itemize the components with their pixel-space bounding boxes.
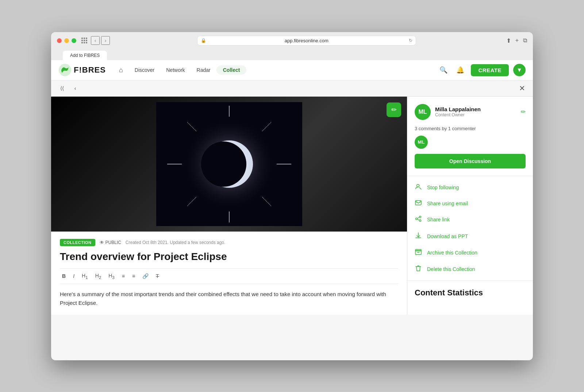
unordered-list-button[interactable]: ≡ xyxy=(130,272,137,280)
user-info: ML Milla Lappalainen Content Owner xyxy=(415,104,481,120)
h1-button[interactable]: H1 xyxy=(80,272,90,281)
address-bar-container: 🔒 ↻ xyxy=(197,36,416,46)
eclipse-image xyxy=(156,102,302,226)
download-icon xyxy=(415,232,422,240)
archive-icon xyxy=(415,249,422,256)
nav-network[interactable]: Network xyxy=(160,65,191,75)
browser-forward-button[interactable]: › xyxy=(101,36,110,45)
address-bar[interactable] xyxy=(197,36,416,46)
new-tab-button[interactable]: + xyxy=(515,37,519,44)
back-content-button[interactable]: ‹ xyxy=(70,83,80,93)
avatar: ML xyxy=(415,104,431,120)
logo-text: F!BRES xyxy=(74,65,106,75)
link-button[interactable]: 🔗 xyxy=(140,272,151,280)
collection-tag: COLLECTION xyxy=(60,239,95,246)
user-role: Content Owner xyxy=(435,112,481,117)
edit-user-button[interactable]: ✏ xyxy=(521,108,526,115)
archive-item[interactable]: Archive this Collection xyxy=(407,245,533,261)
svg-point-15 xyxy=(417,184,419,187)
left-panel: ✏ COLLECTION 👁 PUBLIC Created Oct 8th 20… xyxy=(51,97,407,315)
commenter-avatar: ML xyxy=(415,136,428,149)
commenters-list: ML xyxy=(415,136,526,149)
ordered-list-button[interactable]: ≡ xyxy=(120,272,127,280)
open-discussion-button[interactable]: Open Discussion xyxy=(415,154,526,168)
stop-following-item[interactable]: Stop following xyxy=(407,179,533,196)
edit-hero-button[interactable]: ✏ xyxy=(387,102,401,117)
tab-bar: Add to FIBRES xyxy=(57,48,527,60)
profile-dropdown-button[interactable]: ▼ xyxy=(513,64,526,76)
h2-button[interactable]: H2 xyxy=(93,272,104,281)
share-link-item[interactable]: Share link xyxy=(407,211,533,228)
h3-button[interactable]: H3 xyxy=(106,272,117,281)
close-window-button[interactable] xyxy=(57,38,62,43)
share-email-item[interactable]: Share using email xyxy=(407,196,533,211)
active-tab[interactable]: Add to FIBRES xyxy=(63,51,107,60)
create-button[interactable]: CREATE xyxy=(471,64,509,76)
share-link-label: Share link xyxy=(427,217,450,222)
browser-nav: ‹ › xyxy=(91,36,110,45)
svg-line-16 xyxy=(419,187,421,189)
italic-button[interactable]: I xyxy=(71,272,77,280)
meta-info: Created Oct 8th 2021. Updated a few seco… xyxy=(126,240,226,245)
stats-title: Content Statistics xyxy=(415,288,526,298)
editor-toolbar: B I H1 H2 H3 ≡ ≡ 🔗 T̶ xyxy=(60,268,398,284)
nav-discover[interactable]: Discover xyxy=(129,65,160,75)
logo[interactable]: F!BRES xyxy=(58,63,106,77)
delete-icon xyxy=(415,265,422,273)
user-name: Milla Lappalainen xyxy=(435,106,481,112)
nav-links: ⌂ Discover Network Radar Collect xyxy=(113,64,438,76)
stop-following-label: Stop following xyxy=(427,185,459,190)
public-tag: 👁 PUBLIC xyxy=(100,240,121,245)
collapse-sidebar-button[interactable]: ⟨⟨ xyxy=(57,83,67,93)
hero-image: ✏ xyxy=(51,97,407,232)
share-email-label: Share using email xyxy=(427,201,468,206)
browser-back-button[interactable]: ‹ xyxy=(91,36,100,45)
close-button[interactable]: ✕ xyxy=(517,83,527,93)
delete-label: Delete this Collection xyxy=(427,266,475,272)
stats-panel: Content Statistics xyxy=(407,281,533,305)
user-details: Milla Lappalainen Content Owner xyxy=(435,106,481,117)
nav-radar[interactable]: Radar xyxy=(191,65,216,75)
svg-point-18 xyxy=(419,216,421,218)
lock-icon: 🔒 xyxy=(201,38,206,43)
nav-right: 🔍 🔔 CREATE ▼ xyxy=(437,64,526,76)
tags-row: COLLECTION 👁 PUBLIC Created Oct 8th 2021… xyxy=(60,239,398,246)
comments-count: 3 comments by 1 commenter xyxy=(415,126,526,131)
download-ppt-item[interactable]: Download as PPT xyxy=(407,228,533,245)
svg-point-20 xyxy=(419,220,421,221)
browser-window: ‹ › 🔒 ↻ ⬆ + ⧉ Add to FIBRES xyxy=(51,32,533,360)
minimize-window-button[interactable] xyxy=(64,38,69,43)
archive-label: Archive this Collection xyxy=(427,250,477,256)
right-panel: ML Milla Lappalainen Content Owner ✏ 3 c… xyxy=(407,97,533,315)
grid-icon[interactable] xyxy=(81,38,87,43)
download-ppt-label: Download as PPT xyxy=(427,233,468,239)
eye-icon: 👁 xyxy=(100,240,104,245)
maximize-window-button[interactable] xyxy=(72,38,76,43)
svg-point-19 xyxy=(416,218,418,220)
delete-item[interactable]: Delete this Collection xyxy=(407,261,533,277)
share-link-icon xyxy=(415,216,422,224)
search-button[interactable]: 🔍 xyxy=(437,64,450,76)
logo-icon xyxy=(58,63,72,77)
tabs-button[interactable]: ⧉ xyxy=(523,37,527,44)
reload-icon[interactable]: ↻ xyxy=(409,38,412,43)
svg-line-21 xyxy=(417,217,419,218)
notifications-button[interactable]: 🔔 xyxy=(454,64,466,76)
collection-title: Trend overview for Project Eclipse xyxy=(60,251,398,263)
svg-rect-17 xyxy=(415,201,421,205)
nav-home[interactable]: ⌂ xyxy=(113,64,129,76)
content-text: Here's a summary of the most important t… xyxy=(60,290,398,307)
clear-format-button[interactable]: T̶ xyxy=(154,272,161,280)
browser-chrome: ‹ › 🔒 ↻ ⬆ + ⧉ Add to FIBRES xyxy=(51,32,533,60)
share-browser-button[interactable]: ⬆ xyxy=(506,37,511,44)
email-icon xyxy=(415,200,422,207)
content-body: COLLECTION 👁 PUBLIC Created Oct 8th 2021… xyxy=(51,232,407,315)
svg-rect-24 xyxy=(415,249,421,251)
actions-panel: Stop following Share using email xyxy=(407,176,533,281)
app-navbar: F!BRES ⌂ Discover Network Radar Collect … xyxy=(51,60,533,81)
stop-following-icon xyxy=(415,183,422,191)
nav-collect[interactable]: Collect xyxy=(216,65,247,75)
bold-button[interactable]: B xyxy=(60,272,68,280)
user-card: ML Milla Lappalainen Content Owner ✏ 3 c… xyxy=(407,97,533,176)
traffic-lights xyxy=(57,38,76,43)
